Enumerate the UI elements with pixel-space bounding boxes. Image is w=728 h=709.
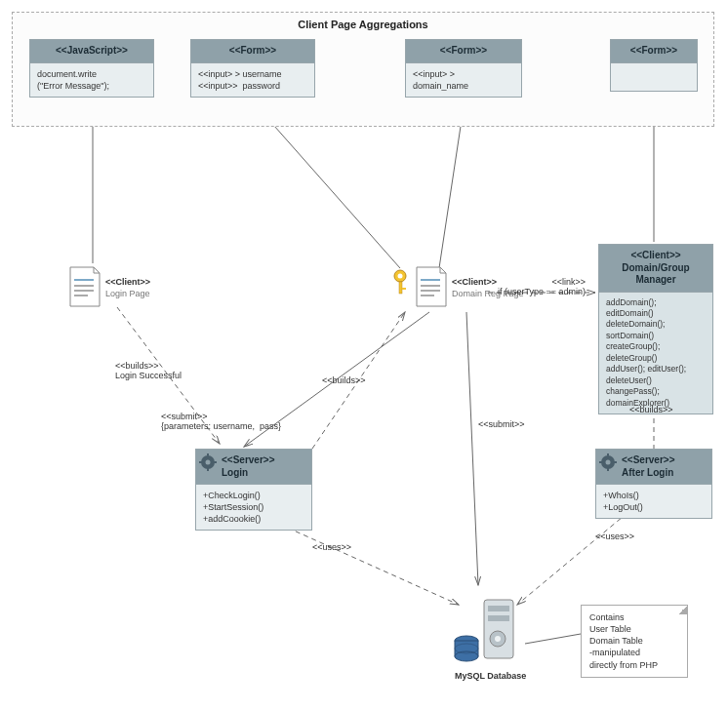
svg-rect-15 [74, 290, 94, 292]
title: Domain/Group Manager [622, 262, 689, 286]
svg-rect-27 [207, 453, 209, 456]
svg-rect-35 [599, 461, 602, 463]
label-submit-params: <<submit>> {parameters: username, pass} [161, 412, 281, 431]
svg-point-26 [206, 460, 211, 465]
svg-rect-43 [488, 615, 509, 621]
title: After Login [622, 467, 673, 478]
svg-rect-36 [614, 461, 617, 463]
svg-rect-22 [421, 285, 440, 287]
label-builds-login: <<builds>> Login Successful [115, 361, 182, 380]
label-uses-1: <<uses>> [312, 542, 351, 552]
svg-rect-23 [421, 290, 440, 292]
box-manager: <<Client>> Domain/Group Manager addDomai… [598, 244, 713, 414]
gear-icon [199, 453, 217, 473]
svg-rect-21 [421, 279, 440, 281]
box-javascript: <<JavaScript>> document.write ("Error Me… [29, 39, 154, 98]
box-body [611, 63, 697, 91]
label-submit-2: <<submit>> [478, 419, 525, 429]
stereotype: <<JavaScript>> [30, 40, 153, 63]
svg-rect-16 [74, 295, 88, 296]
svg-rect-29 [199, 461, 202, 463]
svg-rect-24 [421, 295, 434, 296]
svg-line-8 [466, 312, 478, 585]
label-builds-3: <<builds>> [629, 405, 673, 414]
stereotype: <<Form>> [611, 40, 697, 63]
aggregation-title: Client Page Aggregations [13, 19, 713, 30]
svg-rect-13 [74, 279, 94, 281]
svg-line-12 [525, 634, 581, 644]
box-form-empty: <<Form>> [610, 39, 698, 92]
stereo: <<Client>> [630, 250, 680, 260]
svg-rect-19 [399, 282, 402, 294]
box-body: +WhoIs() +LogOut() [596, 485, 711, 518]
svg-point-18 [398, 274, 403, 279]
note-fold-icon [678, 605, 688, 614]
box-form-login: <<Form>> <<input> > username <<input>> p… [190, 39, 315, 98]
gear-icon [599, 453, 617, 473]
database-label: MySQL Database [455, 671, 526, 681]
svg-point-39 [455, 651, 478, 661]
svg-rect-34 [607, 468, 609, 471]
client-login-stereo: <<Client>> [105, 277, 150, 287]
database-server-icon [449, 590, 527, 670]
document-icon [415, 265, 448, 308]
svg-rect-33 [607, 453, 609, 456]
box-body: <<input> > username <<input>> password [191, 63, 314, 97]
client-domain-stereo: <<Client>> [452, 277, 497, 287]
document-icon [68, 265, 101, 308]
label-link: <<link>> if (userType == admin) [498, 277, 586, 296]
svg-rect-14 [74, 285, 94, 287]
svg-rect-20 [402, 288, 406, 290]
stereo: <<Server>> [622, 454, 675, 465]
label-builds-2: <<builds>> [322, 375, 366, 385]
svg-rect-28 [207, 468, 209, 471]
stereotype: <<Form>> [406, 40, 521, 63]
svg-rect-42 [488, 606, 509, 611]
client-login-name: Login Page [105, 289, 150, 298]
box-body: <<input> > domain_name [406, 63, 521, 97]
stereotype: <<Form>> [191, 40, 314, 63]
key-icon [392, 268, 414, 297]
label-uses-2: <<uses>> [595, 532, 634, 541]
svg-rect-30 [214, 461, 217, 463]
box-body: addDomain(); editDomain() deleteDomain()… [599, 293, 712, 414]
svg-line-11 [517, 507, 634, 605]
box-body: document.write ("Error Message"); [30, 63, 153, 97]
box-body: +CheckLogin() +StartSession() +addCoooki… [196, 485, 311, 530]
svg-point-32 [606, 460, 611, 465]
box-form-domain: <<Form>> <<input> > domain_name [405, 39, 522, 98]
note: Contains User Table Domain Table -manipu… [581, 605, 688, 678]
svg-point-45 [495, 636, 501, 642]
stereo: <<Server>> [222, 454, 275, 465]
note-body: Contains User Table Domain Table -manipu… [589, 612, 658, 670]
title: Login [222, 467, 248, 478]
stereotype-title: <<Client>> Domain/Group Manager [599, 245, 712, 293]
